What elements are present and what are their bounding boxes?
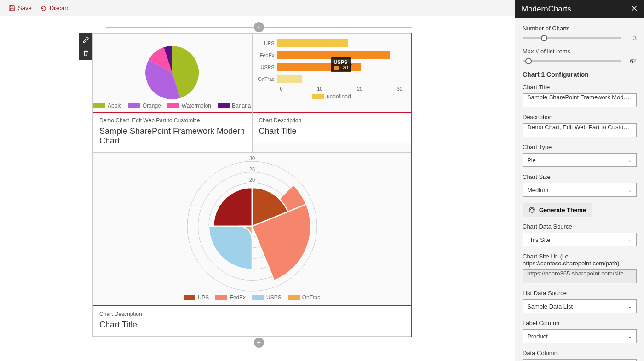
discard-label: Discard [50,5,70,11]
section-chart1: Chart 1 Configuration [523,71,637,78]
list-source-label: List Data Source [523,290,637,297]
site-url-label: Chart Site Url (i.e. https://contoso.sha… [523,253,637,267]
polar-legend: UPS FedEx USPS OnTrac [184,294,321,304]
pie-legend: Apple Orange Watermelon Banana [93,103,251,112]
edit-webpart-button[interactable] [79,33,92,46]
chart-card-bar: UPS FedEx USPS OnTrac 0102030 USPS : 20 [252,33,412,153]
legend-ups: UPS [198,294,209,301]
trash-icon [82,50,89,57]
polar-title: Chart Title [99,320,404,330]
num-charts-value: 3 [627,34,637,41]
chart-card-polar: 30 25 20 [92,153,411,337]
save-label: Save [18,5,32,11]
bar-x-axis: 0102030 [280,85,403,92]
webpart-toolbar [79,33,92,60]
data-source-select[interactable]: This Site⌄ [523,233,637,246]
legend-banana: Banana [232,103,251,109]
list-source-select[interactable]: Sample Data List⌄ [523,299,637,313]
webpart-selected[interactable]: Apple Orange Watermelon Banana Demo Char… [92,33,412,337]
legend-orange: Orange [143,103,161,109]
svg-point-20 [532,208,533,209]
svg-rect-2 [10,8,13,10]
save-icon [8,5,15,11]
data-source-label: Chart Data Source [523,223,637,230]
chart-title-label: Chart Title [523,84,637,91]
description-label: Description [523,114,637,120]
add-section-button-bottom[interactable]: + [254,338,264,348]
num-charts-slider[interactable] [523,37,621,39]
pencil-icon [82,36,89,43]
svg-rect-1 [11,5,13,7]
svg-point-21 [533,209,534,210]
polar-final [160,155,344,293]
pie-chart [142,43,202,100]
close-panel-button[interactable] [631,5,638,13]
legend-usps: USPS [266,294,282,301]
chart-type-label: Chart Type [523,143,637,150]
save-button[interactable]: Save [8,5,32,11]
svg-point-19 [530,209,531,210]
chart-title-input[interactable]: Sample SharePoint Framework Modern C… [523,93,637,107]
chart-size-select[interactable]: Medium⌄ [523,183,637,197]
site-url-input: https://pcpro365.sharepoint.com/sites/p… [523,269,637,283]
chevron-down-icon: ⌄ [628,333,632,339]
data-column-select[interactable]: Order Quantity⌄ [523,359,637,361]
max-items-value: 62 [627,57,637,64]
chart-size-label: Chart Size [523,173,637,180]
chevron-down-icon: ⌄ [628,157,632,163]
delete-webpart-button[interactable] [79,46,92,60]
chart-row-1: Apple Orange Watermelon Banana Demo Char… [92,33,411,153]
legend-apple: Apple [108,103,122,109]
num-charts-label: Number of Charts [523,25,637,32]
undo-icon [40,5,47,11]
pie-description: Demo Chart, Edit Web Part to Customize [99,117,245,124]
label-column-label: Label Column [523,320,637,327]
chart-type-select[interactable]: Pie⌄ [523,153,637,167]
chevron-down-icon: ⌄ [628,237,632,243]
bar-title: Chart Title [259,126,405,136]
bar-label-fedex: FedEx [256,52,277,58]
panel-header: ModernCharts [515,0,644,18]
legend-undefined: undefined [327,93,351,100]
bar-label-ups: UPS [256,40,277,46]
chevron-down-icon: ⌄ [628,304,632,309]
property-pane: ModernCharts Number of Charts 3 Max # of… [515,0,644,361]
polar-description: Chart Description [99,311,404,317]
generate-theme-button[interactable]: Generate Theme [523,203,592,217]
bar-description: Chart Description [259,117,405,124]
description-input[interactable]: Demo Chart, Edit Web Part to Customize [523,123,637,137]
legend-fedex: FedEx [230,294,246,301]
pie-title: Sample SharePoint Framework Modern Chart [99,126,245,146]
add-section-top: + [106,22,412,33]
bar-tooltip: USPS : 20 [331,57,351,72]
legend-ontrac: OnTrac [302,294,321,301]
max-items-label: Max # of list items [523,48,637,55]
chart-card-pie: Apple Orange Watermelon Banana Demo Char… [92,33,252,153]
label-column-select[interactable]: Product⌄ [523,329,637,343]
palette-icon [529,206,535,213]
discard-button[interactable]: Discard [40,5,70,11]
add-section-bottom: + [106,337,412,348]
add-section-button[interactable]: + [254,22,264,32]
legend-watermelon: Watermelon [182,103,211,109]
chevron-down-icon: ⌄ [628,187,632,193]
bar-label-usps: USPS [256,64,277,70]
bar-legend: undefined [253,93,411,103]
bar-label-ontrac: OnTrac [256,76,277,82]
max-items-slider[interactable] [523,60,621,62]
data-column-label: Data Column [523,350,637,356]
panel-title: ModernCharts [522,5,571,14]
page-canvas: + [0,16,515,361]
close-icon [631,5,638,11]
